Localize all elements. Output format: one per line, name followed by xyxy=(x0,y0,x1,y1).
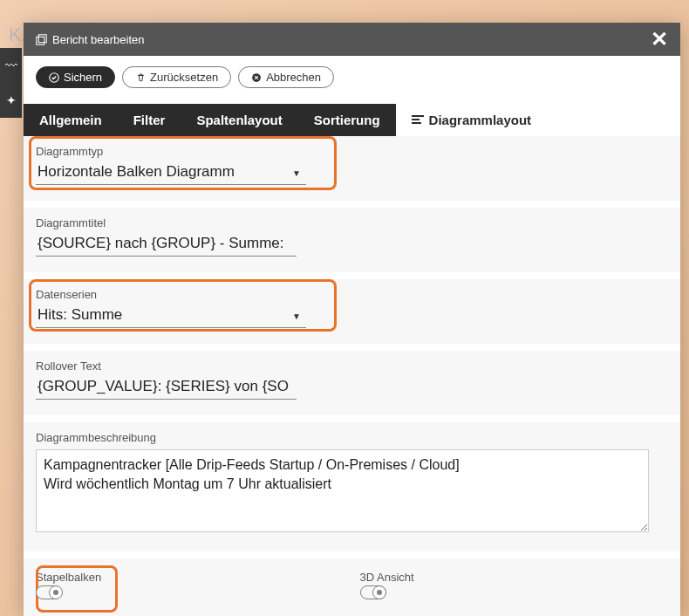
stacked-bars-toggle[interactable] xyxy=(36,585,62,599)
reset-button[interactable]: Zurücksetzen xyxy=(122,66,231,88)
svg-rect-0 xyxy=(37,37,44,44)
rollover-text-input[interactable] xyxy=(36,374,297,400)
left-side-tab[interactable]: 〰 ✦ xyxy=(0,48,22,118)
chart-type-select[interactable] xyxy=(36,160,306,185)
label-chart-type: Diagrammtyp xyxy=(36,145,668,158)
tab-chart-label: Diagrammlayout xyxy=(429,113,532,127)
chart-description-textarea[interactable] xyxy=(36,449,649,532)
modal-tabs: Allgemein Filter Spaltenlayout Sortierun… xyxy=(24,104,680,136)
modal-toolbar: Sichern Zurücksetzen Abbrechen xyxy=(24,56,680,104)
edit-report-modal: Bericht bearbeiten ✕ Sichern Zurücksetze… xyxy=(24,23,680,616)
chart-line-icon: 〰 xyxy=(5,58,17,72)
cancel-icon xyxy=(251,72,262,83)
label-chart-title: Diagrammtitel xyxy=(36,216,668,229)
rocket-icon: ✦ xyxy=(6,93,17,107)
cancel-button-label: Abbrechen xyxy=(266,71,321,84)
chart-layout-form: Diagrammtyp ▼ Diagrammtitel Datenserien … xyxy=(24,136,680,616)
tab-chart-layout[interactable]: Diagrammlayout xyxy=(396,104,548,136)
modal-title: Bericht bearbeiten xyxy=(52,33,145,46)
label-stacked: Stapelbalken xyxy=(36,571,344,584)
duplicate-window-icon xyxy=(36,34,47,45)
label-rollover: Rollover Text xyxy=(36,359,668,373)
close-icon[interactable]: ✕ xyxy=(651,27,668,51)
label-3d-view: 3D Ansicht xyxy=(360,571,669,584)
trash-icon xyxy=(135,72,146,83)
tab-general[interactable]: Allgemein xyxy=(24,104,118,136)
3d-view-toggle[interactable] xyxy=(360,585,386,599)
modal-titlebar: Bericht bearbeiten ✕ xyxy=(24,23,680,56)
tab-sort[interactable]: Sortierung xyxy=(298,104,396,136)
tab-columns[interactable]: Spaltenlayout xyxy=(181,104,297,136)
chart-title-input[interactable] xyxy=(36,231,297,257)
check-icon xyxy=(49,72,59,83)
label-data-series: Datenserien xyxy=(36,288,668,301)
tab-filter[interactable]: Filter xyxy=(118,104,181,136)
horizontal-bars-icon xyxy=(412,115,424,126)
data-series-select[interactable] xyxy=(36,303,306,328)
svg-rect-1 xyxy=(38,34,46,42)
reset-button-label: Zurücksetzen xyxy=(150,71,218,84)
cancel-button[interactable]: Abbrechen xyxy=(238,66,334,88)
label-description: Diagrammbeschreibung xyxy=(36,431,668,444)
save-button-label: Sichern xyxy=(64,71,102,84)
save-button[interactable]: Sichern xyxy=(36,66,115,88)
